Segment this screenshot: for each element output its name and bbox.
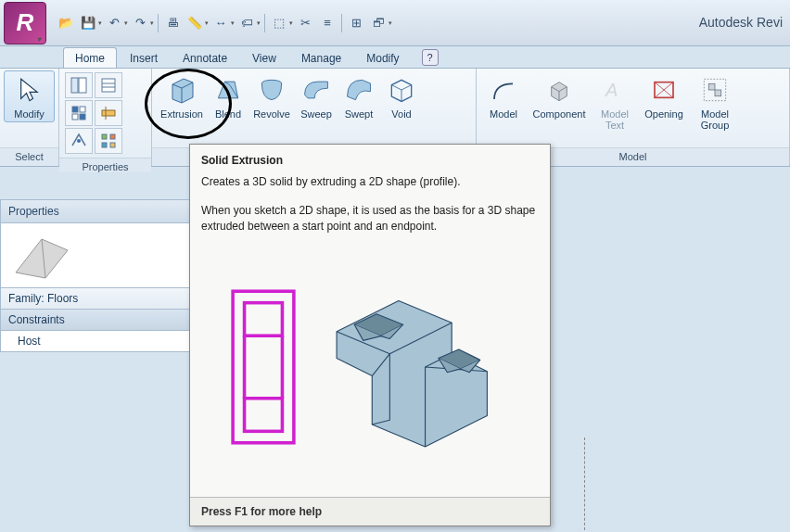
save-icon[interactable]: 💾: [78, 13, 98, 33]
redo-icon[interactable]: ↷: [130, 13, 150, 33]
view3d-icon[interactable]: ⬚: [269, 13, 289, 33]
tab-help-icon[interactable]: ?: [422, 49, 439, 66]
component-label: Component: [533, 108, 586, 120]
void-button[interactable]: Void: [380, 70, 423, 122]
svg-rect-24: [233, 291, 294, 443]
tag-icon[interactable]: 🏷: [236, 13, 257, 33]
thinlines-icon[interactable]: ≡: [317, 13, 338, 33]
tooltip-title: Solid Extrusion: [201, 154, 539, 167]
close-hidden-icon[interactable]: ⊞: [346, 13, 366, 33]
model-group-button[interactable]: Model Group: [690, 70, 740, 133]
extrusion-icon: [165, 73, 198, 107]
svg-rect-12: [102, 134, 107, 139]
model-line-icon: [487, 73, 520, 107]
svg-rect-7: [72, 114, 78, 120]
component-button[interactable]: Component: [527, 70, 592, 122]
switch-win-icon[interactable]: 🗗: [368, 13, 389, 33]
svg-rect-22: [708, 83, 715, 90]
model-text-icon: A: [598, 73, 631, 107]
blend-icon: [211, 73, 245, 107]
undo-icon[interactable]: ↶: [104, 13, 124, 33]
model-text-label: Model Text: [601, 108, 629, 131]
properties-palette: Properties Family: Floors Constraints Ho…: [0, 199, 190, 352]
align-dim-icon[interactable]: ↔: [210, 13, 231, 33]
canvas-guide-line: [584, 437, 585, 530]
tab-modify[interactable]: Modify: [354, 47, 411, 68]
properties-palette-icon[interactable]: [65, 72, 93, 98]
model-line-button[interactable]: Model: [480, 70, 527, 122]
svg-rect-26: [245, 398, 283, 431]
svg-rect-2: [102, 79, 115, 92]
opening-button[interactable]: Opening: [638, 70, 690, 122]
opening-icon: [647, 73, 681, 107]
tab-annotate[interactable]: Annotate: [171, 47, 239, 68]
revolve-label: Revolve: [253, 108, 290, 120]
model-line-label: Model: [490, 108, 517, 120]
constraints-category[interactable]: Constraints: [0, 310, 190, 331]
family-category-icon[interactable]: [95, 100, 122, 126]
sweep-label: Sweep: [300, 108, 332, 120]
svg-rect-0: [71, 78, 78, 93]
sweep-icon: [299, 73, 333, 107]
blend-label: Blend: [215, 108, 241, 120]
print-icon[interactable]: 🖶: [162, 13, 183, 33]
panel-select: Modify Select: [0, 69, 59, 166]
revolve-button[interactable]: Revolve: [248, 70, 295, 122]
quick-access-toolbar: 📂 💾▾ ↶▾ ↷▾ 🖶 📏▾ ↔▾ 🏷▾ ⬚▾ ✂ ≡ ⊞ 🗗▾: [56, 13, 392, 33]
model-text-button[interactable]: A Model Text: [592, 70, 638, 133]
blend-button[interactable]: Blend: [208, 70, 248, 122]
ribbon-tabstrip: Home Insert Annotate View Manage Modify …: [0, 46, 790, 69]
revolve-icon: [255, 73, 288, 107]
family-types-icon[interactable]: [65, 100, 93, 126]
sweep-button[interactable]: Sweep: [295, 70, 338, 122]
tooltip-footer: Press F1 for more help: [190, 497, 550, 526]
title-bar: R 📂 💾▾ ↶▾ ↷▾ 🖶 📏▾ ↔▾ 🏷▾ ⬚▾ ✂ ≡ ⊞ 🗗▾ Auto…: [0, 0, 790, 46]
types-icon[interactable]: [95, 128, 122, 154]
void-label: Void: [391, 108, 411, 120]
modify-button[interactable]: Modify: [4, 70, 55, 122]
panel-properties-title: Properties: [59, 158, 151, 172]
project-units-icon[interactable]: [65, 128, 93, 154]
open-icon[interactable]: 📂: [56, 13, 76, 33]
app-title: Autodesk Revi: [699, 15, 783, 30]
svg-rect-6: [80, 107, 85, 112]
svg-rect-8: [80, 114, 85, 120]
cursor-icon: [13, 73, 46, 107]
model-group-label: Model Group: [701, 108, 730, 131]
svg-rect-25: [245, 302, 283, 336]
swept-button[interactable]: Swept: [338, 70, 380, 122]
component-icon: [542, 73, 576, 107]
tooltip-illustration: [201, 247, 539, 488]
tab-manage[interactable]: Manage: [289, 47, 353, 68]
section-icon[interactable]: ✂: [295, 13, 315, 33]
tab-view[interactable]: View: [240, 47, 288, 68]
measure-icon[interactable]: 📏: [185, 13, 205, 33]
tab-insert[interactable]: Insert: [118, 47, 170, 68]
tab-home[interactable]: Home: [63, 47, 117, 68]
svg-point-11: [77, 139, 81, 143]
tooltip-desc: Creates a 3D solid by extruding a 2D sha…: [201, 174, 539, 190]
void-icon: [385, 73, 418, 107]
svg-rect-5: [72, 107, 78, 112]
svg-rect-15: [110, 143, 115, 147]
host-row[interactable]: Host: [0, 331, 190, 352]
model-group-icon: [698, 73, 732, 107]
app-menu-button[interactable]: R: [4, 2, 46, 44]
tooltip-extrusion: Solid Extrusion Creates a 3D solid by ex…: [189, 144, 551, 526]
tooltip-detail: When you sketch a 2D shape, it is used a…: [201, 203, 539, 235]
modify-label: Modify: [14, 108, 44, 120]
svg-text:A: A: [605, 80, 618, 100]
opening-label: Opening: [644, 108, 683, 120]
family-row[interactable]: Family: Floors: [0, 288, 190, 310]
svg-rect-9: [102, 110, 115, 116]
extrusion-label: Extrusion: [160, 108, 203, 120]
svg-rect-1: [79, 78, 86, 93]
properties-header: Properties: [0, 199, 190, 223]
svg-rect-13: [110, 134, 115, 139]
svg-rect-14: [102, 143, 107, 147]
swept-label: Swept: [345, 108, 374, 120]
type-selector[interactable]: [0, 223, 190, 288]
type-properties-icon[interactable]: [95, 72, 122, 98]
extrusion-button[interactable]: Extrusion: [156, 70, 208, 122]
panel-properties: Properties: [59, 69, 152, 166]
